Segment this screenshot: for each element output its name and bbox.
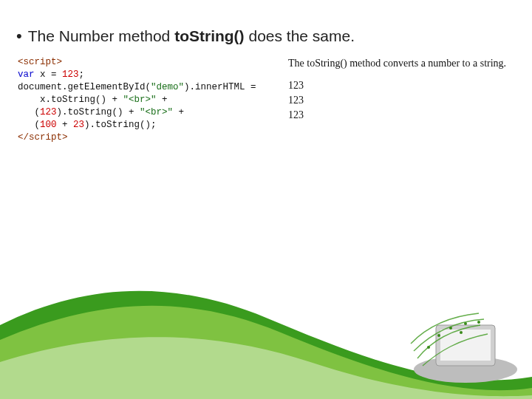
slide: • The Number method toString() does the … — [0, 0, 532, 399]
svg-point-7 — [460, 331, 463, 334]
output-line: 123 — [288, 93, 506, 108]
svg-point-3 — [437, 334, 440, 337]
svg-point-4 — [449, 327, 452, 330]
output-block: The toString() method converts a number … — [288, 56, 506, 144]
svg-point-5 — [464, 322, 467, 325]
bullet-item: • The Number method toString() does the … — [16, 27, 355, 46]
decorative-wave-icon — [0, 273, 532, 399]
output-description: The toString() method converts a number … — [288, 56, 506, 71]
svg-point-8 — [477, 321, 480, 324]
svg-rect-1 — [436, 325, 495, 366]
output-line: 123 — [288, 108, 506, 123]
output-line: 123 — [288, 78, 506, 93]
bullet-dot-icon: • — [16, 27, 22, 46]
content-row: <script> var x = 123; document.getElemen… — [18, 56, 514, 144]
svg-rect-2 — [440, 330, 491, 361]
bullet-text: The Number method toString() does the sa… — [28, 27, 355, 46]
svg-point-0 — [414, 356, 517, 383]
svg-point-6 — [427, 346, 430, 349]
code-block: <script> var x = 123; document.getElemen… — [18, 56, 284, 144]
